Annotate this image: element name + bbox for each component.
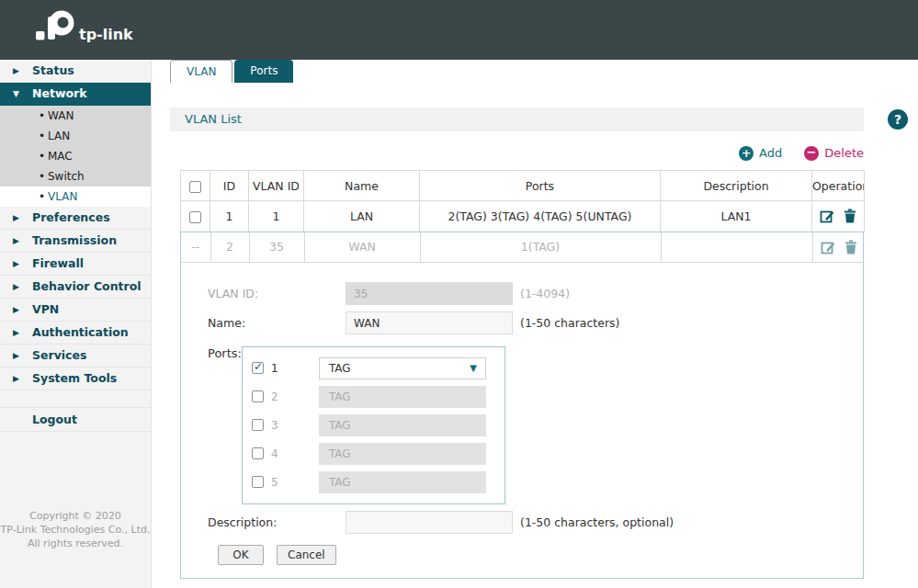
port-line-3: 3 TAG	[252, 411, 504, 439]
sidebar-subitem-switch[interactable]: • Switch	[0, 166, 151, 187]
port-4-mode-select: TAG	[319, 443, 486, 465]
sidebar-item-system-tools[interactable]: ▶ System Tools	[0, 368, 151, 390]
sidebar-item-preferences[interactable]: ▶ Preferences	[0, 207, 151, 230]
name-field[interactable]	[346, 311, 513, 334]
port-line-1: 1 TAG ▼	[252, 354, 504, 382]
name-hint: (1-50 characters)	[520, 316, 619, 330]
bullet-icon: •	[39, 146, 45, 166]
triangle-right-icon: ▶	[13, 207, 19, 229]
sidebar-item-label: Status	[32, 60, 74, 82]
minus-icon: −	[804, 146, 819, 161]
triangle-right-icon: ▶	[13, 368, 19, 390]
header-name: Name	[304, 171, 420, 201]
sidebar: ▶ Status ▼ Network • WAN • LAN • MAC • S…	[0, 60, 152, 588]
edit-region: -- 2 35 WAN 1(TAG)	[180, 232, 864, 580]
header-vlan-id: VLAN ID	[249, 171, 304, 201]
port-4-checkbox[interactable]	[252, 447, 264, 459]
chevron-down-icon: ▼	[470, 358, 477, 379]
vlan-table-edit-row: -- 2 35 WAN 1(TAG)	[181, 232, 865, 264]
plus-icon: +	[739, 146, 754, 161]
section-title-bar: VLAN List	[170, 107, 864, 131]
sidebar-item-behavior-control[interactable]: ▶ Behavior Control	[0, 276, 151, 299]
edit-icon[interactable]	[820, 209, 834, 223]
port-1-checkbox[interactable]	[252, 362, 264, 374]
edit-icon[interactable]	[821, 240, 835, 254]
name-label: Name:	[208, 316, 346, 330]
bullet-icon: •	[39, 106, 45, 126]
triangle-right-icon: ▶	[13, 230, 19, 252]
port-line-4: 4 TAG	[252, 439, 504, 468]
app-header: tp-link	[0, 0, 918, 60]
header-select-cell	[181, 171, 210, 201]
table-row: 1 1 LAN 2(TAG) 3(TAG) 4(TAG) 5(UNTAG) LA…	[181, 201, 865, 232]
vlan-id-label: VLAN ID:	[208, 287, 346, 300]
bullet-icon: •	[39, 187, 45, 207]
add-button[interactable]: + Add	[739, 146, 782, 161]
trash-icon[interactable]	[844, 209, 856, 223]
sidebar-spacer	[0, 390, 151, 408]
port-2-checkbox[interactable]	[252, 390, 264, 402]
row-checkbox[interactable]	[189, 211, 201, 223]
sidebar-subitem-lan[interactable]: • LAN	[0, 126, 151, 146]
sidebar-item-vpn[interactable]: ▶ VPN	[0, 299, 151, 322]
sidebar-subitem-wan[interactable]: • WAN	[0, 106, 151, 126]
ok-button[interactable]: OK	[218, 545, 264, 565]
vlan-edit-form: VLAN ID: (1-4094) Name: (1-50 characters…	[181, 263, 863, 578]
sidebar-item-network[interactable]: ▼ Network	[0, 83, 151, 106]
vlan-id-field	[346, 282, 513, 305]
triangle-right-icon: ▶	[13, 253, 19, 275]
cancel-button[interactable]: Cancel	[277, 545, 336, 565]
ports-row: Ports: 1 TAG ▼ 2	[208, 346, 863, 504]
sidebar-item-label: Network	[32, 83, 87, 105]
sidebar-item-status[interactable]: ▶ Status	[0, 60, 151, 83]
sidebar-item-transmission[interactable]: ▶ Transmission	[0, 230, 151, 253]
triangle-down-icon: ▼	[13, 83, 19, 105]
triangle-right-icon: ▶	[13, 345, 19, 367]
description-field[interactable]	[346, 511, 513, 534]
ports-label: Ports:	[208, 346, 242, 360]
select-all-checkbox[interactable]	[189, 181, 201, 193]
header-id: ID	[210, 171, 249, 201]
sidebar-subitem-mac[interactable]: • MAC	[0, 146, 151, 166]
sidebar-subitem-vlan[interactable]: • VLAN	[0, 187, 151, 207]
port-2-mode-select: TAG	[319, 386, 486, 408]
header-ports: Ports	[420, 171, 661, 201]
tp-link-logo: tp-link	[28, 8, 147, 51]
vlan-id-row: VLAN ID: (1-4094)	[208, 282, 863, 305]
port-5-mode-select: TAG	[319, 471, 486, 493]
sidebar-item-services[interactable]: ▶ Services	[0, 345, 151, 368]
vlan-table: ID VLAN ID Name Ports Description Operat…	[180, 170, 865, 232]
table-header-row: ID VLAN ID Name Ports Description Operat…	[181, 171, 865, 201]
bullet-icon: •	[39, 166, 45, 187]
page-title: VLAN List	[185, 112, 242, 126]
description-row: Description: (1-50 characters, optional)	[208, 511, 863, 534]
trash-icon[interactable]	[844, 240, 857, 254]
sidebar-item-authentication[interactable]: ▶ Authentication	[0, 322, 151, 345]
name-row: Name: (1-50 characters)	[208, 311, 863, 334]
bullet-icon: •	[39, 126, 45, 146]
table-row-editing: -- 2 35 WAN 1(TAG)	[181, 232, 865, 263]
triangle-right-icon: ▶	[13, 60, 19, 82]
logout-button[interactable]: Logout	[0, 408, 151, 432]
description-hint: (1-50 characters, optional)	[520, 515, 674, 529]
tab-bar: VLAN Ports	[170, 60, 918, 83]
port-3-checkbox[interactable]	[252, 419, 264, 431]
ports-box: 1 TAG ▼ 2 TAG	[242, 346, 505, 504]
description-label: Description:	[208, 515, 346, 529]
sidebar-item-firewall[interactable]: ▶ Firewall	[0, 253, 151, 276]
port-5-checkbox[interactable]	[252, 476, 264, 488]
help-icon[interactable]: ?	[888, 109, 908, 130]
triangle-right-icon: ▶	[13, 276, 19, 298]
header-operation: Operation	[812, 171, 865, 201]
copyright-text: Copyright © 2020 TP-Link Technologies Co…	[0, 509, 151, 550]
delete-button[interactable]: − Delete	[804, 146, 864, 161]
app-window: tp-link ▶ Status ▼ Network • WAN • LAN •…	[0, 0, 918, 588]
table-toolbar: + Add − Delete	[170, 144, 864, 162]
tab-vlan[interactable]: VLAN	[170, 60, 232, 83]
port-line-2: 2 TAG	[252, 382, 504, 411]
tab-ports[interactable]: Ports	[234, 60, 293, 83]
main-content: VLAN Ports VLAN List ? + Add − Delete	[152, 60, 918, 588]
triangle-right-icon: ▶	[13, 299, 19, 321]
port-line-5: 5 TAG	[252, 468, 504, 496]
port-1-mode-select[interactable]: TAG ▼	[319, 357, 486, 379]
